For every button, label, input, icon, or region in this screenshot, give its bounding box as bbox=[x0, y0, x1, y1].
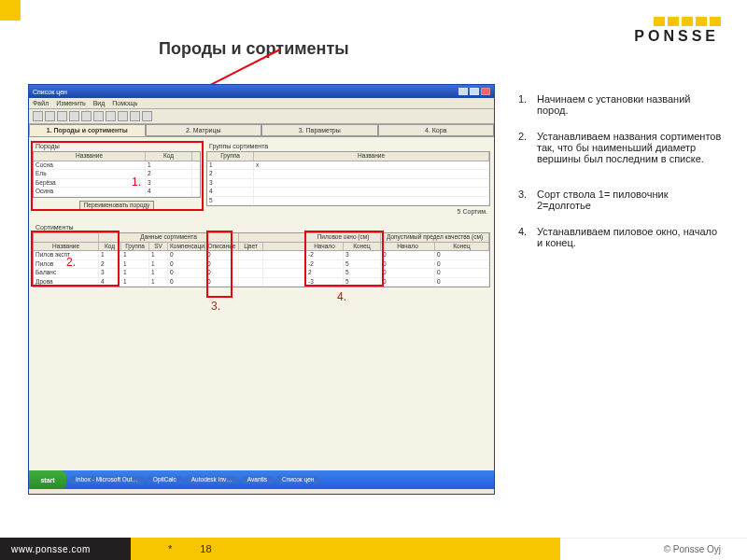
app-screenshot: Список цен Файл Изменить Вид Помощь 1. П… bbox=[28, 84, 495, 495]
tab-species[interactable]: 1. Породы и сортименты bbox=[29, 124, 146, 136]
tab-matrices[interactable]: 2. Матрицы bbox=[146, 124, 262, 136]
groups-label: Группы сортимента bbox=[206, 141, 490, 151]
slide-footer: www.ponsse.com * 18 © Ponsse Oyj bbox=[0, 538, 747, 560]
col: Описание bbox=[205, 243, 239, 251]
footer-url: www.ponsse.com bbox=[0, 538, 131, 560]
menu-edit[interactable]: Изменить bbox=[56, 100, 86, 106]
tab-row: 1. Породы и сортименты 2. Матрицы 3. Пар… bbox=[29, 124, 494, 137]
window-title: Список цен bbox=[33, 89, 67, 95]
callout-1: 1. bbox=[132, 176, 141, 188]
species-label: Породы bbox=[33, 141, 201, 151]
table-row[interactable]: Пилов21100-2500 bbox=[34, 260, 489, 270]
section-data: Данные сортимента bbox=[99, 233, 239, 242]
cell[interactable] bbox=[254, 197, 489, 205]
cell[interactable] bbox=[254, 179, 489, 188]
cell[interactable] bbox=[254, 188, 489, 196]
taskbar: start Inbox - Microsoft Out… OptiCalc Au… bbox=[29, 470, 494, 489]
taskbar-item[interactable]: Inbox - Microsoft Out… bbox=[70, 476, 144, 484]
cell[interactable]: Осина bbox=[34, 188, 146, 196]
cell[interactable]: Ель bbox=[34, 170, 146, 178]
slide-title: Породы и сортименты bbox=[159, 39, 349, 59]
col: SV bbox=[149, 243, 168, 251]
maximize-icon[interactable] bbox=[470, 88, 479, 95]
cell[interactable]: 4 bbox=[207, 188, 254, 196]
cell[interactable]: 3 bbox=[207, 179, 254, 188]
note-4: Устанавливаем пиловое окно, начало и кон… bbox=[537, 226, 724, 248]
cell[interactable]: x bbox=[254, 161, 489, 170]
menubar: Файл Изменить Вид Помощь bbox=[29, 98, 494, 109]
cell[interactable]: Сосна bbox=[34, 161, 146, 170]
groups-footer: 5 Сортим. bbox=[206, 206, 490, 217]
table-row[interactable]: Баланс311002500 bbox=[34, 269, 489, 278]
toolbar-button[interactable] bbox=[118, 111, 128, 121]
menu-file[interactable]: Файл bbox=[33, 100, 49, 106]
col: Начало bbox=[381, 243, 435, 251]
cell[interactable]: 1 bbox=[207, 161, 254, 170]
cell[interactable]: 2 bbox=[207, 170, 254, 178]
col: Код bbox=[99, 243, 121, 251]
toolbar-button[interactable] bbox=[130, 111, 140, 121]
toolbar-button[interactable] bbox=[106, 111, 116, 121]
note-3: Сорт ствола 1= пиловочник 2=долготье bbox=[537, 189, 724, 211]
toolbar-button[interactable] bbox=[57, 111, 67, 121]
note-1: Начинаем с установки названий пород. bbox=[537, 93, 724, 116]
footer-copyright: © Ponsse Oyj bbox=[560, 538, 747, 560]
footer-star: * bbox=[168, 543, 172, 554]
taskbar-item[interactable]: OptiCalc bbox=[148, 476, 182, 484]
panel-body: Породы Название Код Сосна1 Ель2 Берёза3 … bbox=[29, 137, 494, 470]
toolbar-button[interactable] bbox=[69, 111, 79, 121]
col: Начало bbox=[306, 243, 344, 251]
callout-4: 4. bbox=[337, 291, 346, 302]
cell[interactable]: 1 bbox=[146, 161, 192, 170]
tab-bark[interactable]: 4. Кора bbox=[378, 124, 495, 136]
toolbar-button[interactable] bbox=[33, 111, 43, 121]
species-grid: Название Код Сосна1 Ель2 Берёза3 Осина4 bbox=[33, 151, 201, 198]
col-name: Название bbox=[34, 152, 146, 161]
corner-accent bbox=[0, 0, 21, 21]
toolbar-button[interactable] bbox=[81, 111, 92, 121]
toolbar-button[interactable] bbox=[93, 111, 104, 121]
cell[interactable]: Берёза bbox=[34, 179, 146, 188]
notes-list: 1.Начинаем с установки названий пород. 2… bbox=[518, 93, 724, 263]
taskbar-item[interactable]: Autodesk Inv… bbox=[186, 476, 238, 484]
col: Конец bbox=[435, 243, 489, 251]
section-allow: Допустимый предел качества (см) bbox=[381, 233, 489, 242]
rename-species-button[interactable]: Переименовать породу bbox=[79, 201, 155, 211]
menu-view[interactable]: Вид bbox=[93, 100, 106, 106]
col: Компенсаци bbox=[168, 243, 205, 251]
table-row[interactable]: Пилов экспт11100-2300 bbox=[34, 251, 489, 260]
menu-help[interactable]: Помощь bbox=[112, 100, 137, 106]
callout-3: 3. bbox=[211, 301, 220, 312]
window-buttons bbox=[458, 88, 490, 95]
section-saw: Пиловое окно (см) bbox=[306, 233, 381, 242]
cell[interactable]: 5 bbox=[207, 197, 254, 205]
close-icon[interactable] bbox=[481, 88, 490, 95]
brand-name: PONSSE bbox=[634, 28, 719, 45]
callout-2: 2. bbox=[66, 257, 76, 268]
cell[interactable] bbox=[254, 170, 489, 178]
window-titlebar: Список цен bbox=[29, 85, 494, 98]
cell[interactable]: 3 bbox=[146, 179, 192, 188]
tab-params[interactable]: 3. Параметры bbox=[261, 124, 378, 136]
toolbar-button[interactable] bbox=[45, 111, 55, 121]
groups-grid: Группа Название 1x 2 3 4 5 bbox=[206, 151, 490, 206]
footer-page: 18 bbox=[200, 543, 211, 554]
cell[interactable]: 2 bbox=[146, 170, 192, 178]
table-row[interactable]: Дрова41100-3500 bbox=[34, 278, 489, 287]
col: Конец bbox=[344, 243, 381, 251]
toolbar bbox=[29, 109, 494, 124]
col: Группа bbox=[121, 243, 149, 251]
brand-squares bbox=[654, 17, 721, 26]
minimize-icon[interactable] bbox=[458, 88, 468, 95]
assort-label: Сортименты bbox=[33, 222, 490, 232]
start-button[interactable]: start bbox=[29, 470, 66, 489]
col-code: Код bbox=[146, 152, 192, 161]
toolbar-button[interactable] bbox=[142, 111, 152, 121]
note-2: Устанавливаем названия сортиментов так, … bbox=[537, 131, 724, 164]
cell[interactable]: 4 bbox=[146, 188, 192, 196]
col-group: Группа bbox=[207, 152, 254, 161]
taskbar-item[interactable]: Список цен bbox=[276, 476, 319, 484]
taskbar-item[interactable]: Avantis bbox=[242, 476, 273, 484]
col: Цвет bbox=[239, 243, 263, 251]
assort-grid: Данные сортимента Пиловое окно (см) Допу… bbox=[33, 232, 490, 287]
